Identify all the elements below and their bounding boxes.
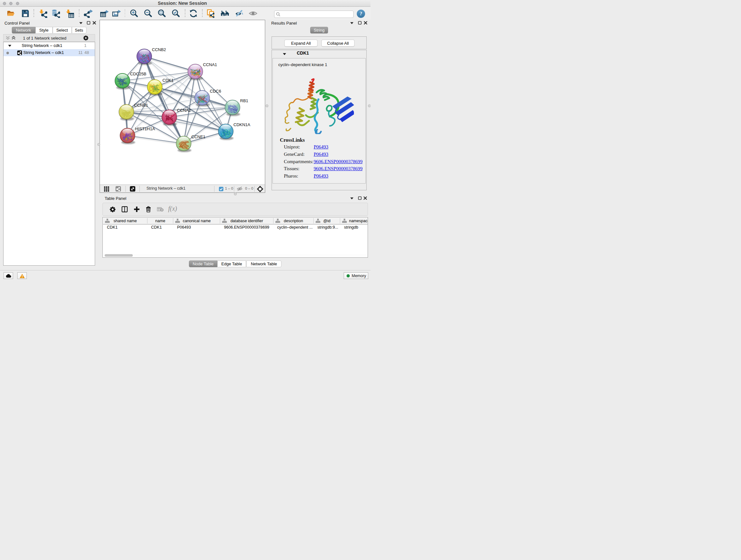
first-neighbors-button[interactable] [220, 9, 229, 18]
table-cell[interactable]: P06493 [173, 225, 220, 231]
scrollbar-thumb[interactable] [105, 254, 133, 257]
create-column-icon[interactable] [134, 206, 140, 212]
maximize-panel-icon[interactable] [87, 21, 90, 24]
table-panel: Table Panel f(x) shared namenamecanonica… [100, 195, 369, 270]
crosslink-label: Pharos: [284, 173, 298, 179]
open-in-new-window-icon[interactable] [130, 186, 135, 192]
column-header-name[interactable]: name [147, 218, 174, 224]
zoom-selected-button[interactable] [172, 9, 180, 18]
column-header--id[interactable]: @id [314, 218, 340, 224]
separator [125, 186, 126, 192]
open-file-button[interactable] [6, 9, 15, 18]
float-panel-icon[interactable] [350, 197, 354, 199]
column-header-shared-name[interactable]: shared name [103, 218, 147, 224]
zoom-in-button[interactable] [130, 9, 138, 18]
tab-edge-table[interactable]: Edge Table [217, 260, 246, 267]
network-node-CCNB2[interactable]: CCNB2 [137, 47, 166, 65]
entry-expander-icon[interactable] [283, 53, 286, 55]
network-node-HIST1H1A[interactable]: HIST1H1A [120, 126, 155, 144]
crosslink-link[interactable]: P06493 [314, 144, 328, 150]
splitter-handle[interactable] [234, 192, 237, 195]
crosslink-link[interactable]: P06493 [314, 152, 328, 157]
import-network-from-file-button[interactable] [38, 9, 47, 18]
table-cell[interactable]: stringdb:9... [314, 225, 340, 231]
maximize-panel-icon[interactable] [358, 21, 361, 24]
crosslink-link[interactable]: 9606.ENSP00000378699 [314, 166, 362, 172]
import-network-from-database-button[interactable] [51, 9, 60, 18]
memory-button[interactable]: Memory [344, 272, 368, 279]
column-header-database-identifier[interactable]: database identifier [220, 218, 273, 224]
tab-sets[interactable]: Sets [72, 27, 86, 34]
apply-layout-button[interactable] [189, 9, 198, 18]
close-panel-icon[interactable] [364, 21, 367, 24]
fit-selected-crosshair-icon[interactable] [257, 186, 263, 192]
splitter-handle[interactable] [97, 143, 100, 146]
close-panel-icon[interactable] [363, 196, 367, 200]
toolbar-separator [185, 9, 185, 17]
zoom-fit-button[interactable] [157, 9, 166, 18]
column-header-namespace[interactable]: namespace [340, 218, 367, 224]
table-cell[interactable]: CDK1 [103, 225, 147, 231]
table-cell[interactable]: cyclin–dependent ... [273, 225, 314, 231]
tab-node-table[interactable]: Node Table [189, 260, 217, 267]
zoom-out-button[interactable] [144, 9, 152, 18]
column-namespace-icon [175, 219, 180, 223]
export-table-button[interactable] [99, 9, 109, 18]
network-node-CDC25B[interactable]: CDC25B [115, 71, 146, 89]
float-panel-icon[interactable] [79, 22, 83, 24]
network-node-CDKN1A[interactable]: CDKN1A [218, 122, 251, 140]
hide-selected-button[interactable] [234, 9, 244, 18]
collapse-all-button[interactable]: Collapse All [321, 40, 354, 47]
export-network-button[interactable] [84, 9, 92, 18]
splitter-handle[interactable] [266, 105, 268, 107]
network-collection-row[interactable]: String Network – cdk1 1 [3, 42, 95, 49]
table-options-gear-icon[interactable] [110, 206, 116, 212]
column-header-description[interactable]: description [273, 218, 314, 224]
float-panel-icon[interactable] [350, 22, 354, 24]
tab-string[interactable]: String [310, 27, 328, 34]
warnings-button[interactable] [17, 272, 27, 279]
collection-expander-icon[interactable] [8, 45, 11, 47]
table-row[interactable]: CDK1CDK1P064939606.ENSP00000378699cyclin… [103, 225, 367, 231]
import-table-from-file-button[interactable] [65, 9, 74, 18]
crosslink-link[interactable]: P06493 [314, 173, 328, 179]
tab-network-table[interactable]: Network Table [246, 260, 281, 267]
tab-style[interactable]: Style [36, 27, 53, 34]
duplicate-network-button[interactable] [206, 9, 215, 18]
network-node-CCNE1[interactable]: CCNE1 [176, 134, 205, 152]
network-type-icon[interactable] [116, 186, 121, 192]
network-canvas[interactable]: CCNB2CCNA1CDC25BCDK1CDC6RB1CCNB1CCNA2CDK… [100, 20, 265, 185]
network-options-gear-icon[interactable] [83, 36, 88, 41]
delete-column-icon[interactable] [145, 206, 151, 212]
show-columns-icon[interactable] [122, 206, 128, 212]
hidden-count-label: 0 – 0 [245, 186, 253, 190]
maximize-panel-icon[interactable] [358, 196, 361, 200]
splitter-handle[interactable] [368, 105, 371, 107]
network-node-RB1[interactable]: RB1 [225, 98, 248, 116]
crosslink-row: Compartments:9606.ENSP00000378699 [273, 159, 365, 166]
table-cell[interactable]: CDK1 [147, 225, 174, 231]
table-cell[interactable]: stringdb [340, 225, 367, 231]
network-edge-HIST1H1A-CCNE1[interactable] [128, 136, 184, 144]
cloud-button[interactable] [3, 272, 13, 279]
crosslink-link[interactable]: 9606.ENSP00000378699 [314, 159, 362, 165]
tab-network[interactable]: Network [12, 27, 36, 34]
save-session-button[interactable] [21, 9, 30, 18]
export-image-button[interactable] [112, 9, 121, 18]
column-namespace-icon [222, 219, 227, 223]
search-field[interactable] [274, 10, 354, 18]
expand-all-button[interactable]: Expand All [284, 40, 318, 47]
selected-checkbox-icon[interactable] [219, 187, 223, 191]
column-header-canonical-name[interactable]: canonical name [173, 218, 220, 224]
horizontal-scrollbar[interactable] [103, 254, 367, 257]
network-node-CCNA1[interactable]: CCNA1 [188, 62, 217, 80]
network-edge-CCNB2-CCNA1[interactable] [144, 57, 195, 72]
show-all-button[interactable] [249, 9, 258, 18]
network-row-selected[interactable]: String Network – cdk1 11 48 [3, 49, 95, 56]
birds-eye-view-icon[interactable] [104, 186, 109, 192]
help-button[interactable]: ? [357, 10, 365, 18]
close-panel-icon[interactable] [92, 21, 96, 24]
search-input[interactable] [281, 11, 352, 17]
table-cell[interactable]: 9606.ENSP00000378699 [220, 225, 273, 231]
tab-select[interactable]: Select [53, 27, 72, 34]
